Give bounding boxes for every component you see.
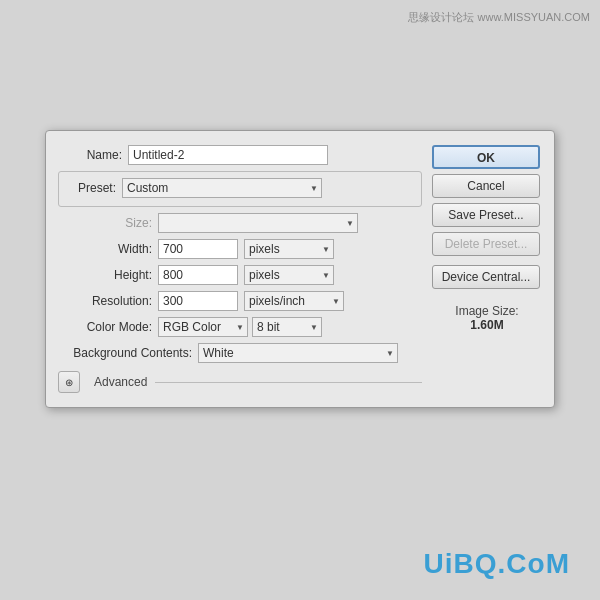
resolution-unit-wrap: pixels/inch [244,291,344,311]
preset-area: Preset: Custom [58,171,422,207]
device-central-button[interactable]: Device Central... [432,265,540,289]
image-size-section: Image Size: 1.60M [432,304,542,332]
name-label: Name: [58,148,128,162]
preset-row: Preset: Custom [67,178,413,198]
advanced-row: ⊛ Advanced [58,369,422,395]
colormode-row: Color Mode: RGB Color 8 bit [58,317,422,337]
bit-select[interactable]: 8 bit [252,317,322,337]
resolution-input[interactable] [158,291,238,311]
new-document-dialog: Name: Preset: Custom Size: [45,130,555,408]
name-row: Name: [58,145,422,165]
colormode-select[interactable]: RGB Color [158,317,248,337]
advanced-toggle[interactable]: ⊛ [58,371,80,393]
ok-button[interactable]: OK [432,145,540,169]
width-input[interactable] [158,239,238,259]
save-preset-button[interactable]: Save Preset... [432,203,540,227]
height-input[interactable] [158,265,238,285]
bgcontents-row: Background Contents: White [58,343,422,363]
name-input[interactable] [128,145,328,165]
size-label: Size: [58,216,158,230]
advanced-divider [155,382,422,383]
colormode-label: Color Mode: [58,320,158,334]
watermark-top: 思缘设计论坛 www.MISSYUAN.COM [408,10,590,25]
width-unit-select[interactable]: pixels [244,239,334,259]
width-row: Width: pixels [58,239,422,259]
height-unit-wrap: pixels [244,265,334,285]
colormode-select-wrap: RGB Color [158,317,248,337]
bgcontents-select-wrap: White [198,343,398,363]
resolution-label: Resolution: [58,294,158,308]
height-unit-select[interactable]: pixels [244,265,334,285]
image-size-value: 1.60M [432,318,542,332]
preset-select-wrap: Custom [122,178,322,198]
bgcontents-label: Background Contents: [58,346,198,360]
height-label: Height: [58,268,158,282]
size-select-wrap [158,213,358,233]
resolution-row: Resolution: pixels/inch [58,291,422,311]
bit-select-wrap: 8 bit [252,317,322,337]
preset-select[interactable]: Custom [122,178,322,198]
height-row: Height: pixels [58,265,422,285]
image-size-label: Image Size: [432,304,542,318]
advanced-label: Advanced [86,375,155,389]
watermark-bottom: UiBQ.CoM [424,548,570,580]
preset-label: Preset: [67,181,122,195]
size-row: Size: [58,213,422,233]
delete-preset-button[interactable]: Delete Preset... [432,232,540,256]
bgcontents-select[interactable]: White [198,343,398,363]
width-unit-wrap: pixels [244,239,334,259]
cancel-button[interactable]: Cancel [432,174,540,198]
resolution-unit-select[interactable]: pixels/inch [244,291,344,311]
colormode-controls: RGB Color 8 bit [158,317,322,337]
dialog-form: Name: Preset: Custom Size: [58,145,422,395]
width-label: Width: [58,242,158,256]
dialog-buttons: OK Cancel Save Preset... Delete Preset..… [432,145,542,395]
size-select[interactable] [158,213,358,233]
